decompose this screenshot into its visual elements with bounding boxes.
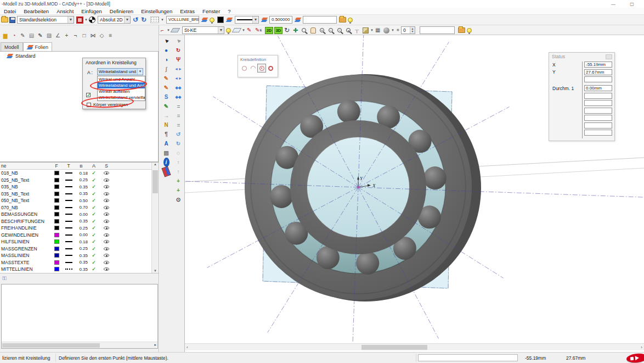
zoom-all-icon[interactable]: ▫ [337, 26, 342, 34]
chevron-down-icon[interactable]: ▼ [391, 26, 394, 34]
arrow-up2-icon[interactable]: ↑ [173, 167, 184, 176]
sketch-pencil-icon[interactable]: ✎ [247, 26, 251, 34]
layer-color-swatch[interactable] [54, 185, 59, 189]
view-2d-button[interactable]: 2D [265, 26, 273, 34]
bulb-icon[interactable] [226, 26, 231, 34]
text-tool-icon[interactable]: A [161, 139, 172, 148]
layer-visibility-eye-icon[interactable] [104, 240, 109, 243]
refresh-ccw-icon[interactable]: ↺ [173, 130, 184, 139]
layer-linetype-icon[interactable] [65, 193, 72, 194]
layer-active-check[interactable]: ✓ [88, 191, 100, 197]
arrow-up-icon[interactable]: ↑ [173, 158, 184, 167]
layer-visibility-eye-icon[interactable] [104, 220, 109, 223]
aux-input[interactable] [303, 16, 337, 24]
polyline-icon[interactable]: N [161, 120, 172, 130]
layer-visibility-eye-icon[interactable] [104, 171, 109, 175]
menu-item-einstellungen[interactable]: Einstellungen [137, 8, 176, 14]
chevron-down-icon[interactable]: ▼ [218, 27, 224, 33]
layer-linetype-icon[interactable] [65, 234, 72, 236]
layer-linetype-icon[interactable] [65, 221, 72, 222]
layer-visibility-eye-icon[interactable] [104, 233, 109, 237]
layer-color-swatch[interactable] [54, 198, 59, 203]
layer-linetype-icon[interactable] [65, 241, 72, 242]
crosshair-icon[interactable]: + [63, 31, 71, 40]
detail-hscrollbar[interactable]: ▸ [2, 342, 157, 348]
layer-spinner[interactable]: 0▲▼ [401, 26, 415, 34]
layer-active-check[interactable]: ✓ [88, 246, 100, 252]
color-swatch-black[interactable] [217, 16, 224, 24]
status-panel-button[interactable] [606, 54, 612, 59]
chevron-down-icon[interactable]: ▼ [67, 16, 74, 23]
circle-edit-icon[interactable]: ◔ [10, 31, 18, 40]
layer-row[interactable]: 035_NB0.35✓ [0, 183, 159, 191]
layer-row[interactable]: MASSTEXTE0.35✓ [0, 259, 159, 266]
folder-users-icon[interactable] [339, 16, 346, 24]
axis-tree-icon[interactable]: Ψ [173, 55, 184, 64]
chevron-down-icon[interactable]: ▼ [370, 26, 374, 34]
circle-bold-icon[interactable] [266, 64, 275, 72]
chevron-down-icon[interactable]: ▼ [242, 26, 245, 34]
menu-item-bearbeiten[interactable]: Bearbeiten [20, 8, 53, 14]
zoom-in-icon[interactable]: + [320, 26, 324, 34]
layer-active-check[interactable]: ✓ [88, 225, 100, 231]
layer-visibility-eye-icon[interactable] [104, 267, 109, 271]
layer-linetype-icon[interactable] [65, 248, 72, 249]
layer-color-swatch[interactable] [54, 219, 59, 224]
layer-row[interactable]: 025_NB_Text0.25✓ [0, 177, 159, 184]
hatch-icon[interactable]: ▨ [45, 31, 53, 40]
grid-toggle-icon[interactable]: ▦ [375, 26, 380, 34]
bulb-icon[interactable] [467, 26, 472, 34]
anordnung-combo[interactable]: Winkelabstand und Ar▼ [97, 68, 143, 75]
layer-row[interactable]: GEWINDELINIEN0.00✓ [0, 232, 159, 239]
render-cube-icon[interactable] [363, 26, 369, 34]
zoom-out-icon[interactable]: − [329, 26, 333, 34]
cube-wire-icon[interactable]: ◇ [98, 31, 106, 40]
sphere-rotate-icon[interactable]: ◑ [161, 55, 172, 64]
circle-point-icon[interactable]: ⊙ [173, 195, 184, 204]
orbit-icon[interactable]: ↻ [284, 26, 290, 34]
layer-active-check[interactable]: ✓ [88, 184, 100, 189]
open-icon[interactable]: ▆ [1, 31, 9, 40]
status-field-input[interactable]: -55.19mm [584, 62, 612, 68]
viewport-hscrollbar[interactable]: ‹ › [185, 343, 644, 350]
ke-combo[interactable]: St-KE▼ [182, 26, 224, 34]
plane-icon[interactable] [172, 26, 179, 34]
chevron-down-icon[interactable]: ▼ [167, 26, 170, 34]
layer-table-header[interactable]: ne F T B A S [0, 163, 159, 170]
layer-color-swatch[interactable] [54, 171, 59, 175]
redo-icon[interactable]: ↻ [141, 16, 146, 24]
status-field-input[interactable] [584, 108, 612, 114]
move-diamond2-icon[interactable]: ◆◆ [173, 92, 184, 102]
info-icon[interactable]: i [161, 158, 172, 167]
layer-tool-icon[interactable]: ⚿ [2, 275, 7, 282]
layer-active-check[interactable]: ✓ [88, 211, 100, 217]
dropdown-option[interactable]: Winkelabstand vervielfach [98, 94, 145, 100]
zone-dropdown-icon[interactable]: ▼ [84, 16, 88, 24]
pencil-arrow-icon[interactable]: ✎ [161, 83, 172, 92]
layer-color-swatch[interactable] [54, 178, 59, 182]
layers-icon[interactable] [295, 16, 301, 24]
status-field-input[interactable]: 27.67mm [584, 69, 612, 75]
layer-active-check[interactable]: ✓ [88, 219, 100, 224]
layers-icon[interactable] [201, 16, 208, 24]
align-cross2-icon[interactable]: + [173, 186, 184, 195]
hatch-tool-icon[interactable]: ▨ [161, 148, 172, 158]
folder-users-icon[interactable] [458, 26, 465, 34]
table-vscrollbar[interactable]: ▲▼ [151, 163, 159, 273]
layer-linetype-icon[interactable] [65, 214, 72, 215]
measure-path-icon[interactable]: ∫ [161, 64, 172, 74]
layer-linetype-icon[interactable] [65, 180, 72, 181]
grid-dots3-icon[interactable]: ::: [173, 120, 184, 130]
layer-row[interactable]: MASSGRENZEN0.25✓ [0, 245, 159, 253]
layer-row[interactable]: HILFSLINIEN0.18✓ [0, 238, 159, 245]
layers-icon[interactable] [261, 16, 268, 24]
move-x-icon[interactable]: ◄► [173, 64, 184, 74]
grid-dots-icon[interactable]: ::: [173, 102, 184, 111]
status-field-input[interactable]: 0.00mm [584, 85, 612, 91]
status-field-input[interactable] [584, 122, 612, 129]
selection-mode-combo[interactable]: Standardselektion▼ [17, 16, 74, 24]
menu-item-fenster[interactable]: Fenster [199, 8, 224, 14]
layer-linetype-icon[interactable] [65, 207, 72, 208]
bulb-icon[interactable] [348, 16, 353, 24]
layer-visibility-eye-icon[interactable] [104, 192, 109, 196]
